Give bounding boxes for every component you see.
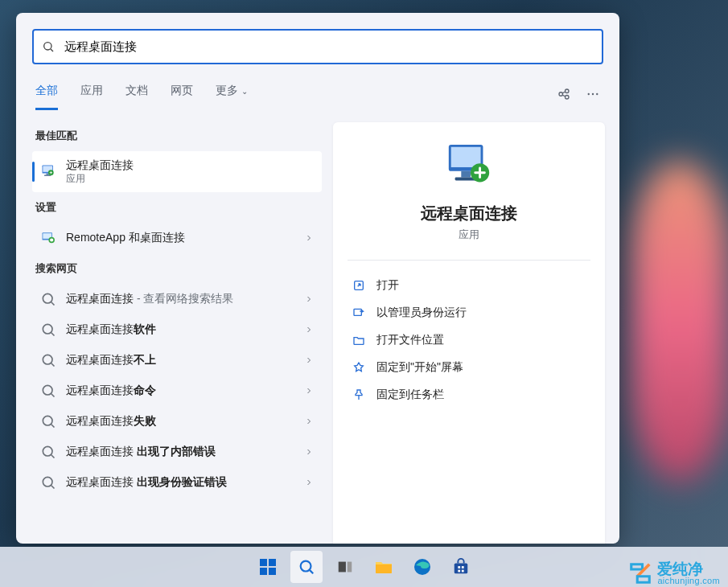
- watermark-url: aichunjing.com: [657, 577, 720, 585]
- svg-rect-13: [44, 175, 51, 176]
- preview-type: 应用: [459, 228, 479, 242]
- taskview-icon: [336, 558, 354, 576]
- svg-rect-39: [354, 309, 361, 315]
- store-icon: [452, 558, 470, 576]
- result-web-5[interactable]: 远程桌面连接 出现了内部错误: [32, 437, 322, 467]
- tab-all[interactable]: 全部: [35, 77, 58, 110]
- svg-point-21: [43, 324, 52, 334]
- more-icon[interactable]: [586, 87, 600, 101]
- svg-point-27: [43, 416, 52, 425]
- svg-rect-51: [461, 566, 463, 569]
- preview-pane: 远程桌面连接 应用 打开 以管理员身份运行: [333, 122, 605, 544]
- tabs: 全部 应用 文档 网页 更多 ⌄: [16, 69, 619, 111]
- tab-docs[interactable]: 文档: [125, 77, 148, 110]
- svg-point-7: [588, 92, 590, 94]
- result-title: 远程桌面连接不上: [66, 353, 156, 367]
- result-title: 远程桌面连接失败: [66, 414, 156, 428]
- svg-point-3: [566, 89, 570, 93]
- action-open-location[interactable]: 打开文件位置: [348, 326, 590, 354]
- tab-more[interactable]: 更多 ⌄: [216, 77, 248, 110]
- result-web-3[interactable]: 远程桌面连接命令: [32, 376, 322, 406]
- svg-point-0: [44, 43, 51, 50]
- result-title: 远程桌面连接 出现身份验证错误: [66, 475, 227, 489]
- result-web-0[interactable]: 远程桌面连接 - 查看网络搜索结果: [32, 284, 322, 314]
- svg-rect-35: [461, 171, 471, 178]
- action-label: 固定到任务栏: [376, 388, 444, 402]
- svg-line-20: [51, 302, 55, 306]
- svg-line-45: [310, 570, 313, 573]
- svg-point-9: [596, 92, 598, 94]
- svg-line-22: [51, 333, 55, 336]
- pin-icon: [352, 361, 365, 374]
- taskbar-explorer[interactable]: [368, 551, 400, 583]
- svg-point-18: [50, 238, 53, 241]
- action-pin-taskbar[interactable]: 固定到任务栏: [348, 381, 590, 408]
- chevron-right-icon: [304, 417, 314, 426]
- result-subtitle: 应用: [66, 173, 134, 185]
- svg-line-26: [51, 394, 55, 397]
- result-title: 远程桌面连接: [66, 158, 134, 172]
- action-open[interactable]: 打开: [348, 272, 590, 299]
- svg-point-29: [43, 446, 52, 456]
- action-label: 固定到"开始"屏幕: [376, 360, 463, 375]
- result-web-2[interactable]: 远程桌面连接不上: [32, 345, 322, 376]
- svg-point-19: [43, 294, 52, 303]
- taskbar-edge[interactable]: [406, 551, 438, 583]
- svg-point-25: [43, 385, 52, 395]
- admin-icon: [352, 306, 365, 319]
- svg-point-31: [43, 477, 52, 486]
- rdp-icon: [40, 163, 56, 179]
- svg-point-4: [566, 95, 570, 99]
- svg-point-23: [43, 355, 52, 364]
- search-panel: 全部 应用 文档 网页 更多 ⌄ 最佳匹配 远程桌面连接 应用 设: [16, 13, 619, 544]
- action-label: 打开文件位置: [376, 333, 444, 347]
- folder-icon: [374, 557, 393, 577]
- open-icon: [352, 279, 365, 292]
- watermark-cn: 爱纯净: [657, 561, 720, 577]
- svg-rect-53: [461, 570, 463, 573]
- result-web-6[interactable]: 远程桌面连接 出现身份验证错误: [32, 467, 322, 498]
- search-icon: [298, 558, 315, 576]
- tab-web[interactable]: 网页: [171, 77, 193, 110]
- share-icon[interactable]: [557, 87, 571, 101]
- svg-rect-40: [260, 559, 267, 566]
- svg-line-1: [51, 49, 53, 51]
- separator: [348, 260, 590, 261]
- search-icon: [40, 352, 56, 368]
- chevron-right-icon: [304, 478, 314, 487]
- taskbar-taskview[interactable]: [329, 551, 361, 583]
- svg-rect-47: [347, 562, 352, 573]
- result-web-4[interactable]: 远程桌面连接失败: [32, 406, 322, 437]
- taskbar: [0, 547, 728, 587]
- tab-apps[interactable]: 应用: [80, 77, 103, 110]
- taskbar-store[interactable]: [445, 551, 477, 583]
- svg-rect-52: [458, 570, 460, 573]
- windows-icon: [258, 557, 278, 577]
- search-icon: [40, 383, 56, 399]
- chevron-right-icon: [304, 386, 314, 396]
- start-button[interactable]: [252, 551, 284, 583]
- search-icon: [40, 413, 56, 429]
- result-best-match[interactable]: 远程桌面连接 应用: [32, 151, 322, 192]
- result-title: RemoteApp 和桌面连接: [66, 231, 185, 244]
- search-input[interactable]: [63, 39, 594, 55]
- folder-icon: [352, 334, 365, 347]
- rdp-icon-large: [444, 142, 494, 191]
- result-remoteapp[interactable]: RemoteApp 和桌面连接: [32, 223, 322, 253]
- search-bar[interactable]: [32, 29, 603, 64]
- pin-icon: [352, 388, 365, 401]
- action-pin-start[interactable]: 固定到"开始"屏幕: [348, 354, 590, 381]
- taskbar-search[interactable]: [290, 551, 323, 583]
- svg-line-5: [562, 92, 566, 93]
- chevron-right-icon: [304, 447, 314, 457]
- action-run-admin[interactable]: 以管理员身份运行: [348, 299, 590, 326]
- action-label: 以管理员身份运行: [376, 306, 467, 320]
- chevron-right-icon: [304, 325, 314, 335]
- remoteapp-icon: [40, 230, 56, 246]
- result-title: 远程桌面连接软件: [66, 322, 156, 336]
- svg-line-32: [51, 486, 55, 489]
- result-web-1[interactable]: 远程桌面连接软件: [32, 314, 322, 345]
- results-list: 最佳匹配 远程桌面连接 应用 设置 RemoteApp 和桌面连接 搜索网页 远…: [16, 111, 328, 544]
- svg-line-28: [51, 425, 55, 428]
- search-icon: [40, 444, 56, 460]
